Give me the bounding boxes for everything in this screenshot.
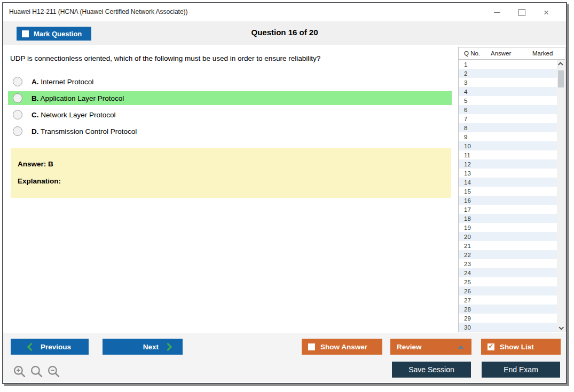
zoom-out-icon[interactable] (47, 365, 60, 378)
question-list-row[interactable]: 19 (459, 223, 565, 232)
question-list-row[interactable]: 12 (459, 159, 565, 169)
question-list-row[interactable]: 24 (459, 268, 565, 277)
column-header-qno: Q No. (464, 50, 480, 57)
scrollbar[interactable] (557, 60, 565, 332)
question-list-row[interactable]: 22 (459, 250, 565, 259)
question-list-row[interactable]: 8 (459, 123, 565, 132)
column-header-answer: Answer (491, 50, 511, 57)
radio-button[interactable] (13, 77, 22, 86)
radio-button[interactable] (13, 93, 22, 103)
option-label: C. Network Layer Protocol (32, 111, 116, 119)
show-answer-button[interactable]: Show Answer (302, 339, 382, 355)
question-text: UDP is connectionless oriented, which of… (10, 54, 443, 62)
save-session-label: Save Session (408, 365, 454, 374)
title-bar: Huawei H12-211 (HCNA (Huawei Certified N… (3, 3, 566, 21)
show-list-button[interactable]: ✓ Show List (481, 339, 561, 355)
bottom-bar: Previous Next Show Answer Review ✓ Show … (3, 333, 566, 382)
next-label: Next (143, 343, 159, 351)
maximize-button[interactable] (509, 4, 534, 20)
question-list-row[interactable]: 21 (459, 241, 565, 250)
question-list-row[interactable]: 20 (459, 232, 565, 241)
header-strip: Mark Question Question 16 of 20 (3, 21, 566, 45)
scroll-up-icon[interactable] (557, 60, 565, 68)
zoom-in-icon[interactable] (13, 365, 26, 378)
window-title: Huawei H12-211 (HCNA (Huawei Certified N… (9, 8, 188, 15)
option-b[interactable]: B. Application Layer Protocol (8, 91, 452, 105)
review-label: Review (397, 343, 422, 351)
question-list-row[interactable]: 2 (459, 69, 565, 78)
question-list-row[interactable]: 7 (459, 114, 565, 123)
question-list-row[interactable]: 28 (459, 305, 565, 314)
option-label: B. Application Layer Protocol (32, 94, 124, 102)
question-list-header: Q No. Answer Marked (459, 47, 565, 59)
option-d[interactable]: D. Transmission Control Protocol (8, 124, 452, 138)
option-label: A. Internet Protocol (32, 78, 93, 86)
chevron-left-icon (27, 342, 36, 351)
app-window: Huawei H12-211 (HCNA (Huawei Certified N… (2, 2, 567, 384)
show-list-checkbox[interactable]: ✓ (487, 343, 494, 350)
minimize-icon (494, 12, 500, 13)
end-exam-label: End Exam (504, 365, 538, 374)
show-answer-label: Show Answer (320, 343, 367, 351)
radio-button[interactable] (13, 126, 22, 136)
show-list-label: Show List (500, 343, 534, 351)
chevron-right-icon (164, 342, 172, 351)
question-list-row[interactable]: 14 (459, 178, 565, 187)
question-list-row[interactable]: 26 (459, 286, 565, 295)
column-header-marked: Marked (532, 50, 553, 57)
question-list-row[interactable]: 27 (459, 295, 565, 305)
question-list-row[interactable]: 4 (459, 87, 565, 96)
explanation-label: Explanation: (18, 177, 451, 185)
end-exam-button[interactable]: End Exam (482, 362, 560, 378)
question-list-panel: Q No. Answer Marked 12345678910111213141… (458, 47, 565, 332)
question-list-row[interactable]: 29 (459, 314, 565, 323)
option-a[interactable]: A. Internet Protocol (8, 75, 452, 89)
question-list-row[interactable]: 10 (459, 141, 565, 150)
option-label: D. Transmission Control Protocol (32, 127, 137, 135)
zoom-toolbar (13, 365, 60, 378)
question-list-row[interactable]: 15 (459, 187, 565, 196)
scrollbar-thumb[interactable] (558, 70, 564, 87)
next-button[interactable]: Next (103, 339, 183, 355)
question-list-row[interactable]: 3 (459, 78, 565, 87)
save-session-button[interactable]: Save Session (392, 362, 471, 378)
previous-label: Previous (41, 343, 71, 351)
question-list-row[interactable]: 18 (459, 214, 565, 223)
question-list-row[interactable]: 6 (459, 105, 565, 114)
show-answer-checkbox[interactable] (308, 343, 315, 350)
question-list-row[interactable]: 11 (459, 150, 565, 159)
review-dropdown-button[interactable]: Review (390, 339, 471, 355)
window-controls: × (485, 4, 559, 20)
question-list: 1234567891011121314151617181920212223242… (459, 59, 565, 332)
chevron-up-icon (458, 345, 464, 349)
question-list-row[interactable]: 13 (459, 169, 565, 178)
previous-button[interactable]: Previous (11, 339, 89, 355)
option-c[interactable]: C. Network Layer Protocol (8, 108, 452, 122)
answer-label: Answer: B (18, 160, 451, 168)
maximize-icon (518, 9, 525, 16)
zoom-reset-icon[interactable] (30, 365, 43, 378)
scroll-down-icon[interactable] (557, 323, 565, 332)
question-list-row[interactable]: 9 (459, 132, 565, 141)
question-list-row[interactable]: 17 (459, 205, 565, 214)
minimize-button[interactable] (485, 4, 509, 20)
question-list-row[interactable]: 1 (459, 60, 565, 69)
radio-button[interactable] (13, 110, 22, 119)
answer-box: Answer: B Explanation: (11, 148, 451, 198)
question-list-row[interactable]: 23 (459, 259, 565, 268)
close-icon: × (544, 8, 549, 17)
question-list-row[interactable]: 30 (459, 323, 565, 332)
question-list-row[interactable]: 5 (459, 96, 565, 105)
close-button[interactable]: × (534, 4, 559, 20)
question-list-row[interactable]: 16 (459, 196, 565, 205)
question-counter: Question 16 of 20 (3, 28, 566, 37)
question-list-row[interactable]: 25 (459, 277, 565, 286)
